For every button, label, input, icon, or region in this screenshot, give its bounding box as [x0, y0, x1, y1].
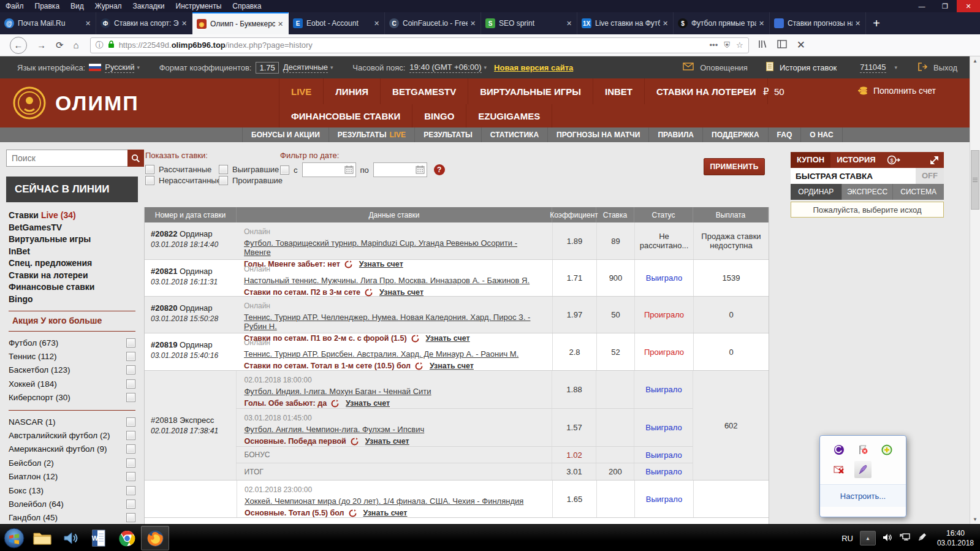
score-link[interactable]: Узнать счет	[430, 362, 474, 370]
url-bar[interactable]: ⓘ https://22549d.olimp6b96.top/index.php…	[90, 37, 749, 53]
library-icon[interactable]	[758, 39, 767, 51]
bets-history-link[interactable]: История ставок	[780, 63, 837, 72]
reload-icon[interactable]: ⟳	[56, 40, 64, 51]
subnav-rules[interactable]: ПРАВИЛА	[649, 127, 703, 142]
tray-network-icon[interactable]	[899, 533, 911, 544]
sidebar-item-live-bets[interactable]: Ставки Live (34)	[9, 210, 138, 222]
sport-filter-esports[interactable]: Киберспорт (30)	[6, 391, 138, 405]
tab-system[interactable]: СИСТЕМА	[893, 184, 944, 200]
checkbox[interactable]	[126, 365, 135, 374]
nav-bingo[interactable]: BINGO	[412, 104, 466, 127]
home-icon[interactable]: ⌂	[74, 40, 79, 50]
word-button[interactable]: W	[85, 526, 113, 550]
forward-icon[interactable]: →	[37, 40, 46, 50]
match-link[interactable]: Теннис. Турнир ATP. Брисбен. Австралия. …	[244, 349, 545, 359]
filter-won[interactable]: Выигравшие	[219, 165, 279, 174]
timezone-select[interactable]: 19:40 (GMT +06:00)	[409, 63, 481, 73]
filter-lost[interactable]: Проигравшие	[219, 176, 283, 185]
date-filter-checkbox[interactable]	[280, 165, 289, 175]
tray-plus-icon[interactable]	[881, 444, 892, 458]
account-id[interactable]: 711045	[860, 63, 886, 73]
checkbox[interactable]	[126, 417, 135, 427]
tab-stavki-prognozy[interactable]: Ставки прогнозы на ✕	[770, 12, 866, 34]
tab-stavki-sport[interactable]: Ф Ставки на спорт: Экс ✕	[96, 12, 192, 34]
sidebar-item-financial-bets[interactable]: Финансовые ставки	[9, 281, 138, 294]
taskbar-clock[interactable]: 16:40 03.01.2018	[933, 528, 974, 548]
tab-close-icon[interactable]: ✕	[855, 20, 860, 28]
scrollbar-thumb[interactable]	[971, 150, 979, 210]
chrome-button[interactable]	[113, 526, 141, 550]
tab-close-icon[interactable]: ✕	[759, 20, 764, 28]
match-link[interactable]: Футбол. Индия. I-лига. Мохун Баган - Чен…	[244, 387, 544, 396]
checkbox[interactable]	[126, 500, 135, 509]
scroll-up-icon[interactable]: ▲	[970, 56, 980, 66]
menu-bookmarks[interactable]: Закладки	[127, 2, 170, 10]
sidebar-item-betgamestv[interactable]: BetGamesTV	[9, 222, 138, 234]
menu-edit[interactable]: Правка	[29, 2, 66, 10]
page-scrollbar[interactable]: ▲ ▼	[970, 56, 980, 524]
sport-filter-football[interactable]: Футбол (673)	[6, 336, 138, 349]
sport-filter-biathlon[interactable]: Биатлон (12)	[6, 470, 138, 484]
sidebar-item-inbet[interactable]: InBet	[9, 246, 138, 258]
back-icon[interactable]: ←	[10, 37, 27, 54]
volume-app-button[interactable]	[56, 526, 85, 550]
subnav-predictions[interactable]: ПРОГНОЗЫ НА МАТЧИ	[548, 127, 649, 142]
refresh-icon[interactable]	[351, 438, 359, 446]
checkbox[interactable]	[126, 513, 135, 522]
checkbox[interactable]	[126, 431, 135, 440]
filter-settled[interactable]: Рассчитанные	[145, 165, 211, 174]
score-link[interactable]: Узнать счет	[379, 288, 424, 297]
sport-filter-volleyball[interactable]: Волейбол (64)	[6, 497, 138, 511]
deposit-button[interactable]: Пополнить счет	[856, 86, 936, 96]
start-button[interactable]	[0, 526, 28, 550]
menu-view[interactable]: Вид	[65, 2, 89, 10]
refresh-icon[interactable]	[349, 509, 357, 517]
sport-filter-tennis[interactable]: Теннис (112)	[6, 349, 138, 363]
sport-filter-basketball[interactable]: Баскетбол (123)	[6, 363, 138, 377]
nav-lottery-bets[interactable]: СТАВКИ НА ЛОТЕРЕИ	[645, 78, 768, 104]
tab-close-icon[interactable]: ✕	[278, 20, 283, 28]
apply-button[interactable]: ПРИМЕНИТЬ	[704, 158, 765, 175]
checkbox[interactable]	[126, 458, 135, 468]
calendar-icon[interactable]	[344, 165, 354, 174]
match-link[interactable]: Хоккей. Чемпионат мира (до 20 лет). 1/4 …	[245, 496, 545, 506]
sidebar-toggle-icon[interactable]	[777, 40, 787, 50]
subnav-statistics[interactable]: СТАТИСТИКА	[482, 127, 548, 142]
tab-coinfaucet[interactable]: C CoinFaucet.io - Free Rippl ✕	[385, 12, 481, 34]
tray-volume-icon[interactable]	[883, 533, 892, 544]
sport-filter-baseball[interactable]: Бейсбол (2)	[6, 456, 138, 469]
format-select[interactable]: Десятичные	[283, 63, 328, 73]
nav-betgamestv[interactable]: BETGAMESTV	[381, 78, 468, 104]
explorer-button[interactable]	[28, 526, 56, 550]
sport-filter-handball[interactable]: Гандбол (45)	[6, 511, 138, 524]
tray-expand-button[interactable]: ▲	[860, 531, 876, 545]
tab-olimp-active[interactable]: ◉ Олимп - Букмекерск ✕	[192, 12, 289, 34]
tab-close-icon[interactable]: ✕	[566, 20, 572, 28]
sport-filter-american-football[interactable]: Американский футбол (9)	[6, 443, 138, 456]
subnav-faq[interactable]: FAQ	[769, 127, 802, 142]
tab-futbol-translyacii[interactable]: $ Футбол прямые тран ✕	[674, 12, 770, 34]
sport-filter-boxing[interactable]: Бокс (13)	[6, 484, 138, 497]
sport-filter-hockey[interactable]: Хоккей (184)	[6, 377, 138, 390]
subnav-about[interactable]: О НАС	[801, 127, 842, 142]
tab-express[interactable]: ЭКСПРЕСС	[842, 184, 894, 200]
sell-bet-icon[interactable]: $	[887, 155, 900, 165]
tab-ordinar[interactable]: ОРДИНАР	[791, 184, 842, 200]
promo-link[interactable]: Акция У кого больше	[6, 316, 138, 325]
calendar-icon[interactable]	[416, 165, 425, 174]
logout-link[interactable]: Выход	[933, 63, 957, 72]
nav-financial-bets[interactable]: ФИНАНСОВЫЕ СТАВКИ	[279, 104, 412, 127]
help-icon[interactable]: ?	[434, 164, 445, 175]
sidebar-item-bingo[interactable]: Bingo	[9, 294, 138, 306]
olimp-logo[interactable]: ОЛИМП	[12, 86, 139, 120]
match-link[interactable]: Футбол. Англия. Чемпион-лига. Фулхэм - И…	[244, 425, 544, 434]
checkbox[interactable]	[126, 472, 135, 481]
subnav-bonuses[interactable]: БОНУСЫ И АКЦИИ	[242, 127, 329, 142]
keyboard-layout[interactable]: RU	[841, 534, 853, 543]
checkbox[interactable]	[126, 486, 135, 495]
quick-bet-toggle[interactable]: OFF	[916, 168, 944, 184]
checkbox[interactable]	[145, 165, 154, 174]
checkbox[interactable]	[126, 338, 135, 348]
menu-history[interactable]: Журнал	[89, 2, 127, 10]
tray-swirl-icon[interactable]	[834, 444, 845, 458]
